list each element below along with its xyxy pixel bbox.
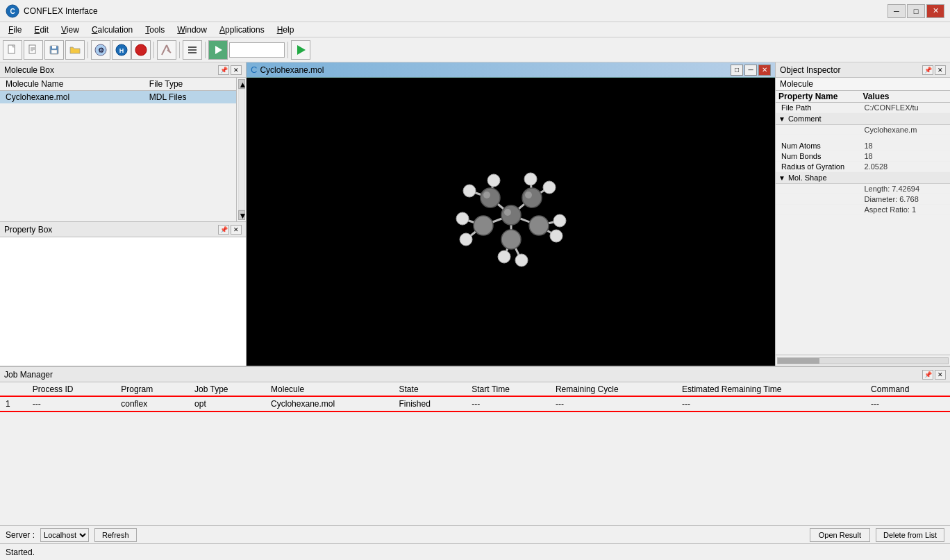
menu-file[interactable]: File <box>3 24 27 36</box>
jm-header: Job Manager 📌 ✕ <box>0 367 950 382</box>
menu-help[interactable]: Help <box>272 24 300 36</box>
server-select[interactable]: Localhost <box>40 528 89 542</box>
molecule-box-close[interactable]: ✕ <box>231 65 242 75</box>
molecule-box-pin[interactable]: 📌 <box>218 65 229 75</box>
molecule-table: Molecule Name File Type Cyclohexane.mol … <box>0 78 236 221</box>
menu-calculation[interactable]: Calculation <box>86 24 138 36</box>
toolbar-new[interactable] <box>3 40 22 60</box>
property-box: Property Box 📌 ✕ <box>0 222 246 366</box>
oi-prop-numbonds: Num Bonds <box>778 152 865 160</box>
close-button[interactable]: ✕ <box>926 4 944 18</box>
scroll-up-arrow[interactable]: ▲ <box>238 79 245 89</box>
toolbar-edit[interactable] <box>24 40 43 60</box>
jm-cell-starttime: --- <box>466 397 550 411</box>
svg-point-54 <box>550 230 562 242</box>
refresh-button[interactable]: Refresh <box>94 528 137 542</box>
viewer-maximize[interactable]: □ <box>731 65 743 76</box>
jm-cell-jobtype: opt <box>189 397 265 411</box>
oi-section-comment-label: Comment <box>788 114 822 123</box>
molecule-row[interactable]: Cyclohexane.mol MDL Files <box>0 91 236 104</box>
molecule-box-controls: 📌 ✕ <box>218 65 242 75</box>
oi-close[interactable]: ✕ <box>935 65 946 75</box>
mol-viewer-controls: □ ─ ✕ <box>731 65 771 76</box>
oi-row-numbonds[interactable]: Num Bonds 18 <box>776 151 950 162</box>
menu-view[interactable]: View <box>56 24 85 36</box>
toolbar-save[interactable] <box>44 40 64 60</box>
viewer-minimize[interactable]: ─ <box>744 65 757 76</box>
toolbar-mol-edit[interactable]: ⚙ <box>91 40 110 60</box>
jm-cell-processid: --- <box>27 397 115 411</box>
minimize-button[interactable]: ─ <box>888 4 906 18</box>
maximize-button[interactable]: □ <box>907 4 925 18</box>
open-result-button[interactable]: Open Result <box>810 528 870 542</box>
oi-molecule-label: Molecule <box>776 78 950 91</box>
toolbar-separator-3 <box>179 42 180 58</box>
svg-point-57 <box>483 192 490 198</box>
toolbar-open-folder[interactable] <box>65 40 85 60</box>
oi-val-radiusgyration: 2.0528 <box>865 162 948 171</box>
toolbar-run[interactable] <box>208 40 228 60</box>
jm-cell-estimatedtime: --- <box>676 397 865 411</box>
chevron-down-icon: ▼ <box>778 115 785 123</box>
scroll-down-arrow[interactable]: ▼ <box>238 210 245 220</box>
hscroll-thumb <box>778 358 819 364</box>
toolbar-separator-1 <box>88 42 88 58</box>
svg-line-17 <box>162 45 167 55</box>
property-box-controls: 📌 ✕ <box>218 225 242 235</box>
oi-content: File Path C:/CONFLEX/tu ▼ Comment Cycloh… <box>776 103 950 355</box>
molecule-box-header: Molecule Box 📌 ✕ <box>0 62 246 78</box>
menu-applications[interactable]: Applications <box>214 24 270 36</box>
oi-hscrollbar[interactable] <box>776 355 950 366</box>
jm-col-program: Program <box>115 382 189 397</box>
toolbar-conflex-blue[interactable]: H <box>112 40 131 60</box>
molecule-scrollbar[interactable]: ▲ ▼ <box>236 78 246 221</box>
svg-point-47 <box>488 174 500 187</box>
menu-edit[interactable]: Edit <box>28 24 54 36</box>
menu-window[interactable]: Window <box>172 24 212 36</box>
hscroll-track <box>777 357 949 364</box>
oi-spacer-1 <box>776 135 950 141</box>
oi-col-propname: Property Name <box>778 92 863 101</box>
property-content <box>0 237 246 366</box>
oi-val-aspectratio: Aspect Ratio: 1 <box>865 205 948 214</box>
property-box-close[interactable]: ✕ <box>231 225 242 235</box>
svg-point-46 <box>463 185 476 197</box>
oi-val-numbonds: 18 <box>865 152 948 160</box>
viewer-close[interactable]: ✕ <box>758 65 771 76</box>
oi-row-numatoms[interactable]: Num Atoms 18 <box>776 141 950 151</box>
svg-point-41 <box>481 188 500 207</box>
oi-row-diameter: Diameter: 6.768 <box>776 194 950 205</box>
property-box-pin[interactable]: 📌 <box>218 225 229 235</box>
jm-table-wrap: Process ID Program Job Type Molecule Sta… <box>0 382 950 525</box>
col-molecule-name: Molecule Name <box>0 78 144 91</box>
mol-viewer-title-text: Cyclohexane.mol <box>260 65 324 75</box>
oi-row-radiusgyration[interactable]: Radius of Gyration 2.0528 <box>776 162 950 172</box>
molecule-list: Molecule Name File Type Cyclohexane.mol … <box>0 78 236 103</box>
oi-row-filepath[interactable]: File Path C:/CONFLEX/tu <box>776 103 950 113</box>
molecule-name-cell: Cyclohexane.mol <box>0 91 144 104</box>
toolbar-search[interactable] <box>229 42 285 58</box>
molecule-type-cell: MDL Files <box>144 91 236 104</box>
jm-pin[interactable]: 📌 <box>922 370 933 380</box>
toolbar-play-green[interactable] <box>291 40 310 60</box>
jm-cell-command: --- <box>865 397 950 411</box>
menu-tools[interactable]: Tools <box>140 24 170 36</box>
jm-row-1[interactable]: 1 --- conflex opt Cyclohexane.mol Finish… <box>0 397 950 411</box>
property-box-title: Property Box <box>4 225 52 235</box>
molecule-svg <box>407 118 615 326</box>
svg-point-44 <box>474 216 493 235</box>
oi-section-comment[interactable]: ▼ Comment <box>776 113 950 125</box>
toolbar-select[interactable] <box>157 40 176 60</box>
oi-pin[interactable]: 📌 <box>922 65 933 75</box>
delete-from-list-button[interactable]: Delete from List <box>876 528 944 542</box>
molecule-viewer-canvas[interactable] <box>247 78 775 366</box>
toolbar-lines[interactable] <box>183 40 202 60</box>
viewer-title-left: C Cyclohexane.mol <box>251 65 324 75</box>
jm-cell-state: Finished <box>394 397 467 411</box>
toolbar-conflex-red[interactable] <box>131 40 151 60</box>
oi-row-length: Length: 7.42694 <box>776 184 950 194</box>
svg-point-43 <box>501 230 521 249</box>
main-area: Molecule Box 📌 ✕ Molecule Name File Type <box>0 62 950 525</box>
oi-section-molshape[interactable]: ▼ Mol. Shape <box>776 172 950 184</box>
jm-close[interactable]: ✕ <box>935 370 946 380</box>
